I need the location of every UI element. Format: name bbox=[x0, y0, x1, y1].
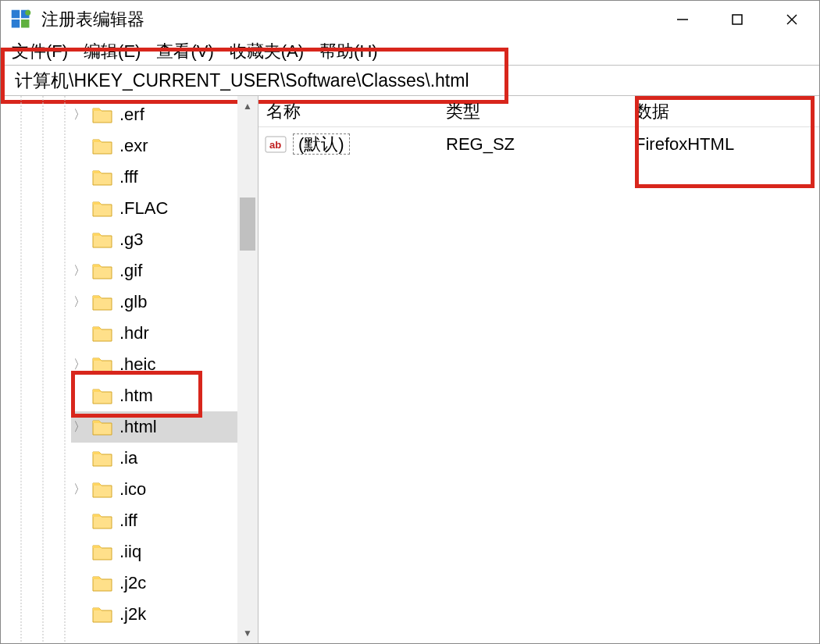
tree-item-label: .ia bbox=[119, 448, 142, 468]
window-title: 注册表编辑器 bbox=[41, 8, 655, 31]
tree-item-label: .exr bbox=[119, 136, 153, 156]
scroll-up-icon[interactable]: ▲ bbox=[237, 96, 258, 116]
svg-text:ab: ab bbox=[269, 139, 281, 151]
scroll-thumb[interactable] bbox=[240, 197, 255, 251]
menubar: 文件(F) 编辑(E) 查看(V) 收藏夹(A) 帮助(H) bbox=[1, 38, 819, 65]
tree-item-label: .html bbox=[119, 417, 162, 437]
string-value-icon: ab bbox=[265, 136, 287, 153]
svg-rect-2 bbox=[12, 20, 20, 28]
expand-icon[interactable]: 〉 bbox=[71, 294, 88, 311]
tree-item-label: .gif bbox=[119, 261, 147, 281]
tree-scrollbar[interactable]: ▲ ▼ bbox=[237, 96, 258, 643]
svg-rect-6 bbox=[733, 15, 742, 24]
tree-item-label: .htm bbox=[119, 386, 158, 406]
address-input[interactable] bbox=[1, 65, 819, 96]
tree-item[interactable]: .exr bbox=[71, 130, 258, 162]
tree-item-label: .g3 bbox=[119, 229, 148, 250]
titlebar: 注册表编辑器 bbox=[1, 1, 819, 38]
tree-item[interactable]: .j2c bbox=[71, 568, 258, 599]
tree-item-label: .j2k bbox=[119, 604, 151, 624]
app-icon bbox=[10, 9, 32, 30]
expand-icon[interactable]: 〉 bbox=[71, 263, 88, 279]
minimize-button[interactable] bbox=[655, 1, 710, 38]
expand-icon[interactable]: 〉 bbox=[71, 357, 88, 373]
tree-item[interactable]: 〉.erf bbox=[71, 99, 258, 130]
list-header: 名称 类型 数据 bbox=[258, 96, 819, 127]
scroll-down-icon[interactable]: ▼ bbox=[237, 623, 258, 643]
tree-item-label: .FLAC bbox=[119, 198, 173, 219]
tree-item-label: .iff bbox=[119, 511, 142, 531]
tree-item[interactable]: .j2k bbox=[71, 599, 258, 630]
svg-rect-3 bbox=[21, 20, 30, 28]
tree-item[interactable]: 〉.ico bbox=[71, 474, 258, 505]
menu-file[interactable]: 文件(F) bbox=[12, 40, 68, 63]
tree[interactable]: 〉.erf.exr.fff.FLAC.g3〉.gif〉.glb.hdr〉.hei… bbox=[1, 96, 258, 630]
tree-panel: 〉.erf.exr.fff.FLAC.g3〉.gif〉.glb.hdr〉.hei… bbox=[1, 96, 258, 643]
col-header-data[interactable]: 数据 bbox=[626, 100, 819, 123]
tree-item-label: .glb bbox=[119, 292, 152, 312]
expand-icon[interactable]: 〉 bbox=[71, 107, 88, 123]
tree-item-label: .j2c bbox=[119, 573, 151, 593]
maximize-button[interactable] bbox=[710, 1, 765, 38]
tree-item-label: .heic bbox=[119, 354, 160, 375]
tree-item[interactable]: .ia bbox=[71, 443, 258, 474]
list-row[interactable]: ab (默认) REG_SZ FirefoxHTML bbox=[258, 127, 819, 162]
list-panel: 名称 类型 数据 ab (默认) REG_SZ FirefoxHTML bbox=[258, 96, 819, 643]
value-data: FirefoxHTML bbox=[626, 134, 819, 155]
tree-item[interactable]: .iiq bbox=[71, 536, 258, 568]
col-header-name[interactable]: 名称 bbox=[258, 100, 446, 123]
expand-icon[interactable]: 〉 bbox=[71, 482, 88, 498]
tree-item[interactable]: 〉.glb bbox=[71, 286, 258, 318]
tree-item-label: .fff bbox=[119, 167, 143, 187]
tree-item[interactable]: .FLAC bbox=[71, 193, 258, 224]
tree-item-label: .hdr bbox=[119, 323, 154, 343]
tree-item[interactable]: .g3 bbox=[71, 224, 258, 255]
menu-edit[interactable]: 编辑(E) bbox=[84, 40, 141, 63]
tree-item[interactable]: .fff bbox=[71, 162, 258, 193]
tree-item[interactable]: 〉.html bbox=[71, 411, 258, 443]
svg-point-4 bbox=[25, 10, 30, 16]
tree-item[interactable]: 〉.gif bbox=[71, 255, 258, 286]
tree-item-label: .iiq bbox=[119, 542, 146, 562]
menu-favorites[interactable]: 收藏夹(A) bbox=[230, 40, 304, 63]
col-header-type[interactable]: 类型 bbox=[446, 100, 626, 123]
tree-item[interactable]: .iff bbox=[71, 505, 258, 536]
expand-icon[interactable]: 〉 bbox=[71, 419, 88, 436]
menu-help[interactable]: 帮助(H) bbox=[319, 40, 378, 63]
svg-rect-0 bbox=[12, 10, 20, 19]
tree-item-label: .ico bbox=[119, 479, 151, 500]
value-name: (默认) bbox=[293, 133, 446, 156]
tree-item[interactable]: .htm bbox=[71, 380, 258, 411]
value-type: REG_SZ bbox=[446, 134, 626, 155]
tree-item[interactable]: 〉.heic bbox=[71, 349, 258, 380]
tree-item-label: .erf bbox=[119, 105, 149, 125]
menu-view[interactable]: 查看(V) bbox=[156, 40, 213, 63]
close-button[interactable] bbox=[765, 1, 819, 38]
tree-item[interactable]: .hdr bbox=[71, 318, 258, 349]
